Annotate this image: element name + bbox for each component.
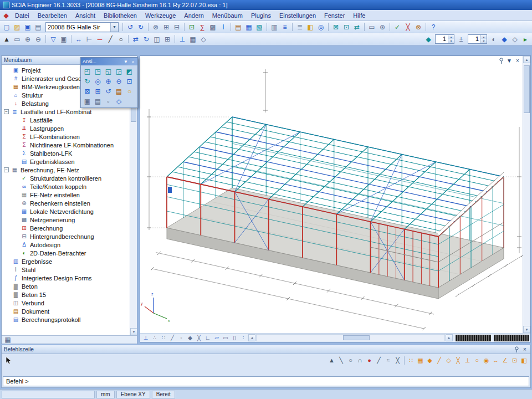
previous-view-icon[interactable]: ↺: [103, 86, 114, 96]
named-selection-icon[interactable]: ▣: [59, 34, 69, 44]
help-icon[interactable]: ?: [428, 22, 438, 32]
tree-item-nichtlineare-lf-kombinationen[interactable]: ΣNichtlineare LF-Kombinationen: [2, 141, 130, 149]
redo-icon[interactable]: ↻: [136, 22, 146, 32]
minimized-window-bar[interactable]: [456, 335, 491, 341]
visibility-icon[interactable]: ◎: [316, 22, 326, 32]
open-project-icon[interactable]: ▨: [12, 22, 22, 32]
palette-header[interactable]: Ansi... ▼ ×: [81, 58, 137, 65]
snap-endpoint-icon[interactable]: ◦: [177, 334, 186, 342]
palette-close-icon[interactable]: ×: [130, 59, 136, 64]
snap-line-icon[interactable]: ╱: [168, 334, 177, 342]
menu-einstellungen[interactable]: Einstellungen: [275, 11, 320, 20]
plane-xz-icon[interactable]: ▭: [221, 334, 230, 342]
tree-tab-icon[interactable]: ▦: [3, 335, 13, 345]
scroll-down-icon[interactable]: ▼: [523, 326, 530, 333]
tree-expander-icon[interactable]: −: [4, 167, 9, 172]
menu-plugins[interactable]: Plugins: [247, 11, 275, 20]
view-left-icon[interactable]: ◱: [103, 66, 114, 76]
spin-down-icon[interactable]: ▼: [481, 39, 487, 44]
combo-dropdown-icon[interactable]: ▼: [110, 23, 118, 32]
tree-item-verbund[interactable]: ◫Verbund: [2, 299, 130, 307]
new-project-icon[interactable]: ▢: [2, 22, 12, 32]
zoom-all-icon[interactable]: ⊠: [331, 22, 341, 32]
filter-icon[interactable]: ▽: [48, 34, 58, 44]
tree-item-2d-daten-betrachter[interactable]: ◐2D-Daten-Betrachter: [2, 249, 130, 257]
snap-angle-icon[interactable]: ∠: [500, 356, 510, 365]
rotate-view-icon[interactable]: ↻: [82, 76, 93, 86]
zoom-all-icon[interactable]: ⊠: [82, 86, 93, 96]
cut-icon[interactable]: ⊗: [151, 22, 161, 32]
zoom-selection-icon[interactable]: ⊞: [93, 86, 103, 96]
pin-icon[interactable]: [513, 346, 520, 353]
snap-tangent-icon[interactable]: ○: [472, 356, 482, 365]
tree-item-strukturdaten-kontrollieren[interactable]: ✓Strukturdaten kontrollieren: [2, 174, 130, 182]
ortho-mode-icon[interactable]: ∟: [203, 334, 212, 342]
view-right-icon[interactable]: ◲: [114, 66, 124, 76]
paste-icon[interactable]: ⊟: [172, 22, 182, 32]
tree-expander-icon[interactable]: −: [4, 109, 9, 114]
tree-item-rechenkern-einstellen[interactable]: ⊛Rechenkern einstellen: [2, 199, 130, 207]
copy-picture-icon[interactable]: ▣: [82, 96, 93, 106]
view-direction-icon[interactable]: ◆: [423, 34, 433, 44]
animation-icon[interactable]: ▸: [520, 34, 530, 44]
horizontal-scrollbar[interactable]: [256, 334, 445, 341]
properties-icon[interactable]: ▭: [367, 22, 377, 32]
grid-toggle-icon[interactable]: ▦: [188, 34, 198, 44]
remove-selection-icon[interactable]: ⊖: [33, 34, 43, 44]
tree-item-ergebnisklassen[interactable]: ▤Ergebnisklassen: [2, 157, 130, 166]
settings-icon[interactable]: ⊛: [377, 22, 387, 32]
picture-icon[interactable]: ▧: [254, 22, 264, 32]
save-icon[interactable]: ▣: [23, 22, 33, 32]
scroll-up-icon[interactable]: ▲: [523, 56, 530, 63]
menu-ndern[interactable]: Ändern: [180, 11, 207, 20]
menu-bibliotheken[interactable]: Bibliotheken: [100, 11, 141, 20]
tree-item-stahl[interactable]: IStahl: [2, 265, 130, 274]
minimized-window-bar[interactable]: [494, 335, 529, 341]
menu-men-baum[interactable]: Menübaum: [208, 11, 247, 20]
light-bulb-icon[interactable]: ○: [124, 86, 135, 96]
scroll-left-icon[interactable]: ◄: [248, 334, 255, 341]
scale-spinner-2[interactable]: 1 ▲▼: [468, 34, 487, 44]
command-panel-header[interactable]: Befehlszeile ×: [2, 345, 530, 354]
zoom-window-icon[interactable]: ⊡: [124, 76, 135, 86]
copy-icon[interactable]: ⊞: [161, 22, 171, 32]
working-plane-field[interactable]: Ebene XY: [116, 391, 150, 398]
table-results-icon[interactable]: ▥: [269, 22, 279, 32]
rotate-icon[interactable]: ↻: [141, 34, 151, 44]
hscroll-thumb[interactable]: [343, 335, 370, 340]
node-tool-icon[interactable]: ●: [365, 356, 374, 365]
tree-item-berechnung[interactable]: ⊞Berechnung: [2, 224, 130, 232]
pan-view-icon[interactable]: ◎: [93, 76, 103, 86]
snap-settings-icon[interactable]: ◇: [198, 34, 208, 44]
tree-scroll-track[interactable]: [130, 72, 137, 328]
render-mode-icon[interactable]: ◆: [499, 34, 509, 44]
redline-icon[interactable]: ─: [95, 34, 105, 44]
plane-xy-icon[interactable]: ▱: [212, 334, 221, 342]
wireframe-icon[interactable]: ◇: [114, 96, 124, 106]
palette-menu-icon[interactable]: ▼: [123, 59, 129, 64]
check-structure-icon[interactable]: ✓: [392, 22, 402, 32]
menu-bearbeiten[interactable]: Bearbeiten: [34, 11, 71, 20]
close-icon[interactable]: ×: [521, 346, 528, 353]
clean-icon[interactable]: ╳: [403, 22, 413, 32]
snap-point-icon[interactable]: ∴: [150, 334, 159, 342]
mirror-icon[interactable]: ◫: [152, 34, 162, 44]
tree-item-lastf-lle[interactable]: ↧Lastfälle: [2, 116, 130, 124]
ucs-plane-icon[interactable]: ⊥: [141, 334, 150, 342]
plane-yz-icon[interactable]: ▯: [230, 334, 239, 342]
zoom-in-icon[interactable]: ⊕: [103, 76, 114, 86]
menu-ansicht[interactable]: Ansicht: [71, 11, 99, 20]
array-copy-icon[interactable]: ⊞: [162, 34, 172, 44]
dot-grid-icon[interactable]: ∷: [406, 356, 416, 365]
vertical-scrollbar[interactable]: ▲ ▼: [523, 56, 530, 333]
snap-settings-icon[interactable]: ⊡: [510, 356, 519, 365]
vscroll-track[interactable]: [523, 63, 530, 326]
spin-up-icon[interactable]: ▲: [448, 35, 454, 39]
spline-tool-icon[interactable]: ≈: [383, 356, 393, 365]
activity-icon[interactable]: ◧: [305, 22, 315, 32]
snap-edge-icon[interactable]: ╱: [434, 356, 444, 365]
tree-item-berechnungsprotokoll[interactable]: ▤Berechnungsprotokoll: [2, 315, 130, 324]
document-icon[interactable]: ▤: [233, 22, 243, 32]
view-axonometric-icon[interactable]: ◩: [124, 66, 135, 76]
snap-toggle-icon[interactable]: ◧: [519, 356, 529, 365]
